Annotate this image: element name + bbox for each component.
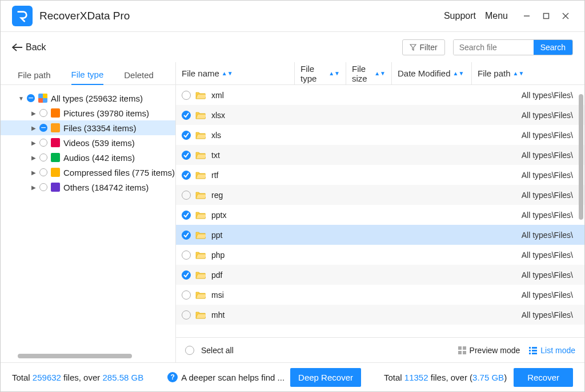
footer-right: Total 11352 files, over (3.75 GB) xyxy=(384,373,507,382)
column-headers: File name▲▼ File type▲▼ File size▲▼ Date… xyxy=(176,62,584,85)
search-input[interactable] xyxy=(454,40,534,55)
row-path: All types\Files\ xyxy=(522,231,584,240)
row-name: ppt xyxy=(211,231,303,240)
file-row[interactable]: pptxAll types\Files\ xyxy=(176,205,584,225)
deep-scan-tip: A deeper scan helps find ... xyxy=(181,373,285,382)
tree-item-label: Files (33354 items) xyxy=(63,123,137,133)
file-row[interactable]: xmlAll types\Files\ xyxy=(176,85,584,105)
chevron-right-icon: ▶ xyxy=(30,155,37,161)
tree-check-icon[interactable] xyxy=(39,153,47,161)
category-icon xyxy=(51,183,60,192)
row-checkbox[interactable] xyxy=(182,111,191,120)
row-checkbox[interactable] xyxy=(182,91,191,100)
row-path: All types\Files\ xyxy=(522,211,584,220)
file-row[interactable]: pdfAll types\Files\ xyxy=(176,265,584,285)
footer: Total 259632 files, over 285.58 GB ? A d… xyxy=(1,363,584,391)
tree-check-icon[interactable]: − xyxy=(27,94,35,102)
folder-icon xyxy=(195,191,206,199)
row-checkbox[interactable] xyxy=(182,211,191,220)
row-name: xls xyxy=(211,131,303,140)
help-icon[interactable]: ? xyxy=(167,372,178,382)
row-checkbox[interactable] xyxy=(182,151,191,160)
folder-icon xyxy=(195,311,206,319)
tree-check-icon[interactable] xyxy=(39,183,47,191)
row-path: All types\Files\ xyxy=(522,151,584,160)
chevron-right-icon: ▶ xyxy=(30,125,37,131)
file-row[interactable]: msiAll types\Files\ xyxy=(176,285,584,305)
svg-rect-5 xyxy=(463,346,466,350)
tree-item[interactable]: ▶Others (184742 items) xyxy=(1,180,175,195)
search-button[interactable]: Search xyxy=(534,40,572,55)
tree: ▼ − All types (259632 items) ▶Pictures (… xyxy=(1,85,175,363)
app-window: RecoverXData Pro Support Menu Back Filte… xyxy=(0,0,585,392)
vertical-scrollbar[interactable] xyxy=(579,94,583,220)
file-row[interactable]: xlsxAll types\Files\ xyxy=(176,105,584,125)
row-name: xlsx xyxy=(211,111,303,120)
col-header-size[interactable]: File size▲▼ xyxy=(346,62,392,84)
tree-check-icon[interactable] xyxy=(39,139,47,147)
app-logo-icon xyxy=(12,6,33,26)
row-checkbox[interactable] xyxy=(182,131,191,140)
horizontal-scrollbar[interactable] xyxy=(18,354,132,358)
row-name: mht xyxy=(211,310,303,320)
row-name: php xyxy=(211,250,303,260)
file-row[interactable]: mhtAll types\Files\ xyxy=(176,305,584,325)
col-header-type[interactable]: File type▲▼ xyxy=(295,62,346,84)
grid-icon xyxy=(458,346,466,354)
row-checkbox[interactable] xyxy=(182,250,191,260)
tree-check-icon[interactable]: − xyxy=(39,124,47,132)
minimize-button[interactable] xyxy=(517,6,536,26)
row-checkbox[interactable] xyxy=(182,290,191,300)
svg-rect-12 xyxy=(529,353,531,354)
file-row[interactable]: pptAll types\Files\ xyxy=(176,225,584,245)
file-row[interactable]: phpAll types\Files\ xyxy=(176,245,584,265)
tree-item[interactable]: ▶Compressed files (775 items) xyxy=(1,165,175,180)
row-path: All types\Files\ xyxy=(522,91,584,100)
recover-button[interactable]: Recover xyxy=(514,368,573,387)
tree-check-icon[interactable] xyxy=(39,109,47,117)
category-icon xyxy=(51,168,60,177)
filter-button[interactable]: Filter xyxy=(402,39,445,55)
file-row[interactable]: xlsAll types\Files\ xyxy=(176,125,584,145)
select-all-checkbox[interactable] xyxy=(185,346,194,355)
tree-root-label: All types (259632 items) xyxy=(51,94,143,103)
tree-check-icon[interactable] xyxy=(39,168,47,176)
deep-recover-button[interactable]: Deep Recover xyxy=(290,368,361,387)
list-mode-button[interactable]: List mode xyxy=(529,346,575,355)
row-checkbox[interactable] xyxy=(182,191,191,200)
preview-mode-button[interactable]: Preview mode xyxy=(458,346,520,355)
back-button[interactable]: Back xyxy=(12,42,46,52)
file-row[interactable]: regAll types\Files\ xyxy=(176,185,584,205)
tree-item[interactable]: ▶−Files (33354 items) xyxy=(1,120,175,135)
row-checkbox[interactable] xyxy=(182,310,191,320)
maximize-button[interactable] xyxy=(536,6,556,26)
category-icon xyxy=(51,123,60,132)
col-header-date[interactable]: Date Modified▲▼ xyxy=(392,62,472,84)
svg-rect-16 xyxy=(38,98,43,103)
select-all-label: Select all xyxy=(201,346,234,355)
app-title: RecoverXData Pro xyxy=(39,10,130,22)
tree-item[interactable]: ▶Videos (539 items) xyxy=(1,135,175,150)
tab-file-path[interactable]: File path xyxy=(18,66,51,84)
search-wrap: Search xyxy=(453,39,573,55)
tab-deleted[interactable]: Deleted xyxy=(124,66,154,84)
close-button[interactable] xyxy=(556,6,575,26)
tree-item-label: Audios (442 items) xyxy=(63,153,135,163)
category-icon xyxy=(51,138,60,147)
col-header-path[interactable]: File path▲▼ xyxy=(472,62,584,84)
file-row[interactable]: rtfAll types\Files\ xyxy=(176,165,584,185)
col-header-name[interactable]: File name▲▼ xyxy=(176,62,295,84)
support-link[interactable]: Support xyxy=(444,11,476,21)
tree-root[interactable]: ▼ − All types (259632 items) xyxy=(1,91,175,106)
svg-rect-7 xyxy=(463,351,466,354)
file-row[interactable]: txtAll types\Files\ xyxy=(176,145,584,165)
tree-item[interactable]: ▶Pictures (39780 items) xyxy=(1,106,175,120)
row-checkbox[interactable] xyxy=(182,231,191,240)
toolbar: Back Filter Search xyxy=(1,31,584,62)
tree-item[interactable]: ▶Audios (442 items) xyxy=(1,150,175,165)
menu-link[interactable]: Menu xyxy=(485,11,508,21)
svg-rect-6 xyxy=(458,351,462,354)
tab-file-type[interactable]: File type xyxy=(71,65,104,85)
row-checkbox[interactable] xyxy=(182,171,191,180)
row-checkbox[interactable] xyxy=(182,270,191,280)
